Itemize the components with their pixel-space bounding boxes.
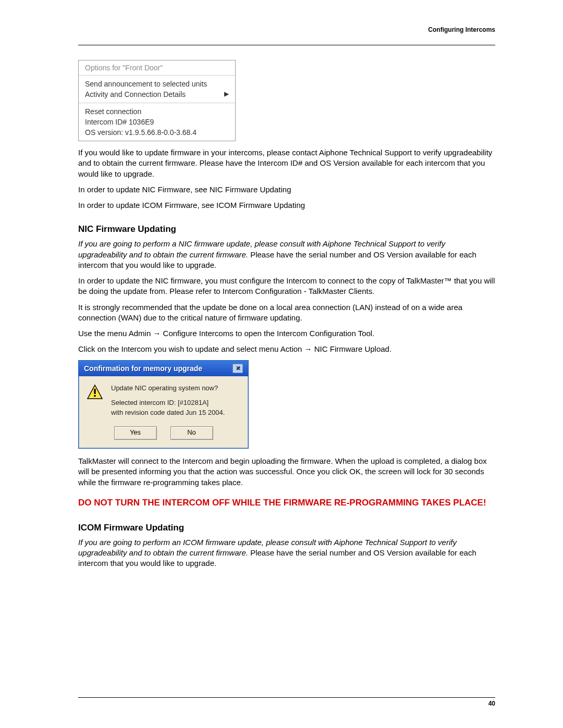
paragraph: If you would like to update firmware in …	[78, 147, 495, 179]
dialog-line: Selected intercom ID: [#10281A]	[111, 398, 240, 408]
menu-item-activity-details[interactable]: Activity and Connection Details ▶	[85, 89, 229, 100]
page-number: 40	[78, 700, 495, 707]
paragraph: TalkMaster will connect to the Intercom …	[78, 456, 495, 488]
paragraph: It is strongly recommended that the upda…	[78, 302, 495, 324]
dialog-message: Update NIC operating system now? Selecte…	[111, 384, 240, 418]
svg-rect-2	[94, 395, 95, 397]
yes-button[interactable]: Yes	[114, 426, 157, 440]
close-icon[interactable]: ✕	[232, 364, 243, 373]
page-header-label: Configuring Intercoms	[78, 26, 495, 33]
paragraph: Use the menu Admin → Configure Intercoms…	[78, 328, 495, 339]
arrow-icon: →	[304, 344, 312, 353]
dialog-line: with revision code dated Jun 15 2004.	[111, 408, 240, 418]
footer-rule	[78, 697, 495, 698]
text: NIC Firmware Upload.	[312, 344, 392, 353]
no-button[interactable]: No	[170, 426, 213, 440]
dialog-titlebar: Confirmation for memory upgrade ✕	[79, 361, 248, 376]
menu-item-send-announcement[interactable]: Send announcement to selected units	[85, 79, 229, 89]
confirmation-dialog: Confirmation for memory upgrade ✕ Update…	[78, 360, 249, 449]
paragraph: In order to update ICOM Firmware, see IC…	[78, 200, 495, 211]
text: Use the menu Admin	[78, 329, 153, 338]
menu-item-os-version: OS version: v1.9.5.66.8-0.0-3.68.4	[85, 127, 229, 138]
svg-rect-1	[94, 389, 95, 394]
arrow-icon: →	[153, 329, 161, 338]
menu-item-reset-connection[interactable]: Reset connection	[85, 106, 229, 117]
paragraph: Click on the Intercom you wish to update…	[78, 344, 495, 354]
text: Click on the Intercom you wish to update…	[78, 344, 304, 353]
header-rule	[78, 45, 495, 45]
heading-nic-firmware: NIC Firmware Updating	[78, 224, 495, 235]
page-footer: 40	[78, 697, 495, 707]
dialog-line: Update NIC operating system now?	[111, 384, 240, 393]
paragraph: If you are going to perform a NIC firmwa…	[78, 239, 495, 270]
menu-item-label: Activity and Connection Details	[85, 90, 186, 98]
warning-text: DO NOT TURN THE INTERCOM OFF WHILE THE F…	[78, 497, 495, 509]
warning-icon	[87, 385, 103, 418]
heading-icom-firmware: ICOM Firmware Updating	[78, 523, 495, 533]
context-menu-figure: Options for "Front Door" Send announceme…	[78, 60, 236, 141]
paragraph: In order to update the NIC firmware, you…	[78, 276, 495, 297]
dialog-title-text: Confirmation for memory upgrade	[84, 364, 202, 373]
paragraph: In order to update NIC Firmware, see NIC…	[78, 184, 495, 195]
menu-item-intercom-id: Intercom ID# 1036E9	[85, 117, 229, 127]
text: Configure Intercoms to open the Intercom…	[161, 329, 374, 338]
paragraph: If you are going to perform an ICOM firm…	[78, 537, 495, 569]
submenu-arrow-icon: ▶	[224, 90, 229, 97]
context-menu-title: Options for "Front Door"	[79, 60, 235, 76]
